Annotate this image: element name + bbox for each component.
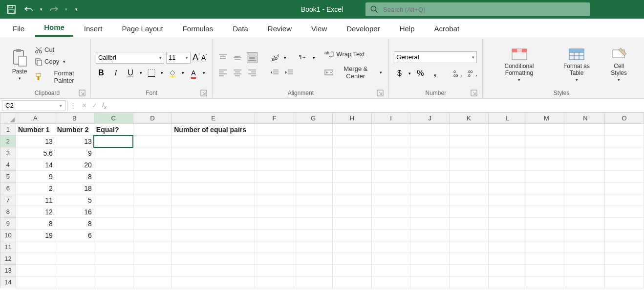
cell-B1[interactable]: Number 2 bbox=[55, 124, 94, 136]
cell-M4[interactable] bbox=[527, 159, 566, 171]
cell-I5[interactable] bbox=[371, 171, 410, 183]
cell-J4[interactable] bbox=[410, 159, 450, 171]
cell-A1[interactable]: Number 1 bbox=[16, 124, 55, 136]
cell-O1[interactable] bbox=[605, 124, 644, 136]
number-format-combo[interactable]: General▾ bbox=[394, 51, 477, 63]
copy-button[interactable]: Copy▾ bbox=[33, 57, 86, 67]
tab-help[interactable]: Help bbox=[391, 21, 424, 37]
cell-F14[interactable] bbox=[255, 277, 294, 288]
accounting-format-icon[interactable]: $ bbox=[394, 68, 405, 79]
name-box[interactable]: C2▾ bbox=[2, 100, 65, 111]
col-header-C[interactable]: C bbox=[94, 113, 133, 124]
tab-file[interactable]: File bbox=[4, 21, 33, 37]
orientation-icon[interactable]: ab bbox=[269, 52, 280, 63]
cell-C4[interactable] bbox=[94, 159, 133, 171]
cell-H8[interactable] bbox=[333, 206, 372, 218]
col-header-L[interactable]: L bbox=[488, 113, 527, 124]
cell-C3[interactable] bbox=[94, 147, 133, 159]
cell-K1[interactable] bbox=[449, 124, 488, 136]
cell-G14[interactable] bbox=[294, 277, 333, 288]
cell-M8[interactable] bbox=[527, 206, 566, 218]
cell-E10[interactable] bbox=[172, 230, 255, 241]
cell-J9[interactable] bbox=[410, 218, 450, 230]
cell-L6[interactable] bbox=[488, 183, 527, 194]
cell-F7[interactable] bbox=[255, 194, 294, 206]
cell-F6[interactable] bbox=[255, 183, 294, 194]
cell-A14[interactable] bbox=[16, 277, 55, 288]
cell-K4[interactable] bbox=[449, 159, 488, 171]
cell-O3[interactable] bbox=[605, 147, 644, 159]
cell-H7[interactable] bbox=[333, 194, 372, 206]
cell-A6[interactable]: 2 bbox=[16, 183, 55, 194]
cell-J8[interactable] bbox=[410, 206, 450, 218]
bold-button[interactable]: B bbox=[96, 68, 107, 78]
tab-data[interactable]: Data bbox=[224, 21, 257, 37]
cell-K3[interactable] bbox=[449, 147, 488, 159]
select-all-corner[interactable] bbox=[0, 113, 16, 124]
cell-M5[interactable] bbox=[527, 171, 566, 183]
cell-F10[interactable] bbox=[255, 230, 294, 241]
col-header-D[interactable]: D bbox=[133, 113, 172, 124]
italic-button[interactable]: I bbox=[110, 68, 121, 78]
cell-N8[interactable] bbox=[566, 206, 605, 218]
cell-I14[interactable] bbox=[371, 277, 410, 288]
cell-F4[interactable] bbox=[255, 159, 294, 171]
cell-E5[interactable] bbox=[172, 171, 255, 183]
cell-L11[interactable] bbox=[488, 241, 527, 253]
cell-C12[interactable] bbox=[94, 253, 133, 265]
cell-M14[interactable] bbox=[527, 277, 566, 288]
col-header-H[interactable]: H bbox=[333, 113, 372, 124]
cell-E9[interactable] bbox=[172, 218, 255, 230]
cell-H12[interactable] bbox=[333, 253, 372, 265]
redo-icon[interactable] bbox=[47, 3, 60, 16]
cell-C11[interactable] bbox=[94, 241, 133, 253]
row-header-2[interactable]: 2 bbox=[0, 136, 16, 147]
cell-K13[interactable] bbox=[449, 265, 488, 277]
format-as-table-button[interactable]: Format as Table▾ bbox=[554, 41, 600, 89]
cell-D7[interactable] bbox=[133, 194, 172, 206]
cell-O13[interactable] bbox=[605, 265, 644, 277]
cell-O5[interactable] bbox=[605, 171, 644, 183]
cell-A13[interactable] bbox=[16, 265, 55, 277]
cell-B9[interactable]: 8 bbox=[55, 218, 94, 230]
cell-F9[interactable] bbox=[255, 218, 294, 230]
cell-F13[interactable] bbox=[255, 265, 294, 277]
row-header-14[interactable]: 14 bbox=[0, 277, 16, 288]
search-input[interactable] bbox=[383, 6, 585, 13]
cell-L3[interactable] bbox=[488, 147, 527, 159]
cell-G5[interactable] bbox=[294, 171, 333, 183]
increase-font-icon[interactable]: Aˆ bbox=[193, 52, 200, 63]
row-header-6[interactable]: 6 bbox=[0, 183, 16, 194]
cell-G1[interactable] bbox=[294, 124, 333, 136]
cell-F5[interactable] bbox=[255, 171, 294, 183]
cell-G6[interactable] bbox=[294, 183, 333, 194]
cell-H4[interactable] bbox=[333, 159, 372, 171]
cell-B13[interactable] bbox=[55, 265, 94, 277]
cell-J11[interactable] bbox=[410, 241, 450, 253]
cell-E14[interactable] bbox=[172, 277, 255, 288]
cell-D5[interactable] bbox=[133, 171, 172, 183]
tab-developer[interactable]: Developer bbox=[338, 21, 388, 37]
cell-I13[interactable] bbox=[371, 265, 410, 277]
cell-F12[interactable] bbox=[255, 253, 294, 265]
cell-L4[interactable] bbox=[488, 159, 527, 171]
cell-G4[interactable] bbox=[294, 159, 333, 171]
cell-L12[interactable] bbox=[488, 253, 527, 265]
increase-decimal-icon[interactable]: .0.00 bbox=[452, 68, 463, 79]
cell-M11[interactable] bbox=[527, 241, 566, 253]
cell-E1[interactable]: Number of equal pairs bbox=[172, 124, 255, 136]
formula-input[interactable] bbox=[110, 102, 644, 109]
cell-N11[interactable] bbox=[566, 241, 605, 253]
cell-F1[interactable] bbox=[255, 124, 294, 136]
cell-D1[interactable] bbox=[133, 124, 172, 136]
underline-button[interactable]: U bbox=[125, 68, 136, 78]
format-painter-button[interactable]: Format Painter bbox=[33, 69, 86, 85]
cell-L9[interactable] bbox=[488, 218, 527, 230]
row-header-1[interactable]: 1 bbox=[0, 124, 16, 136]
tab-acrobat[interactable]: Acrobat bbox=[426, 21, 469, 37]
cell-I1[interactable] bbox=[371, 124, 410, 136]
cell-B14[interactable] bbox=[55, 277, 94, 288]
row-header-3[interactable]: 3 bbox=[0, 147, 16, 159]
cell-A2[interactable]: 13 bbox=[16, 136, 55, 147]
cell-C9[interactable] bbox=[94, 218, 133, 230]
